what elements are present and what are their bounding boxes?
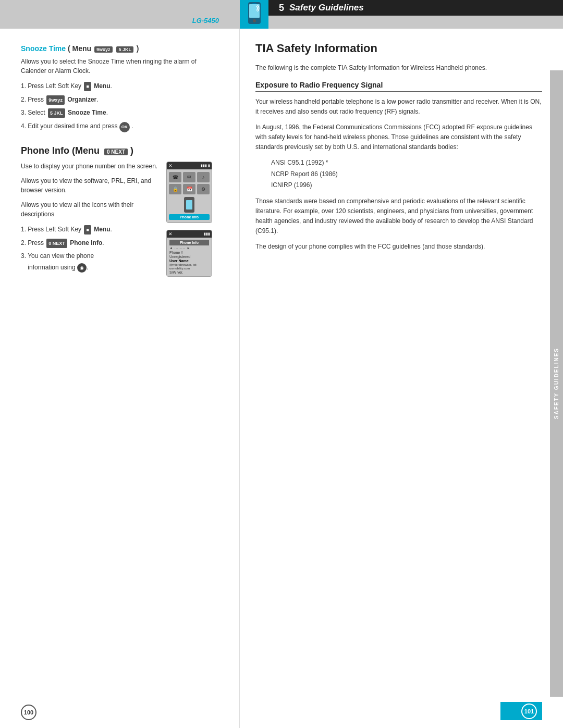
dots-nav: ◄ ········ ►: [169, 246, 209, 250]
step-item: 2. Press 0 NEXT Phone Info.: [21, 238, 158, 249]
page-container: LG-5450 LG-5450 5 Safety Guidelines: [0, 0, 563, 728]
exposure-para-2: In August, 1996, the Federal Communicati…: [255, 122, 542, 153]
step-item: 3. You can view the phone information us…: [21, 251, 158, 273]
phone-num-label: Phone #: [169, 251, 209, 254]
icon-cell: ⚙: [197, 184, 210, 194]
header-row: LG-5450 LG-5450 5 Safety Guidelines: [0, 0, 563, 29]
main-content: Snooze Time ( Menu 9wxyz 5 JKL ) Allows …: [0, 29, 563, 728]
step-item: 1. Press Left Soft Key ■ Menu.: [21, 224, 158, 236]
icon-cell: 🔒: [169, 184, 181, 194]
icon-cell: ♪: [197, 172, 210, 182]
usmobility-label: usmobility.com: [169, 267, 209, 270]
icon-cell: ✉: [183, 172, 195, 182]
microbrowser-label: @microbrowser, tel:: [169, 263, 209, 266]
organizer-key-badge: 9wxyz: [46, 95, 65, 105]
key-badge-1: 9wxyz: [94, 46, 113, 53]
left-header-area: LG-5450: [0, 0, 240, 29]
phone-info-desc2: Allows you to view the software, PRL, ER…: [21, 176, 158, 195]
step-item: 1. Press Left Soft Key ■ Menu.: [21, 81, 218, 92]
right-content: TIA Safety Information The following is …: [240, 29, 563, 288]
close-x-icon-2: ✕: [168, 231, 173, 237]
phone-info-section: Phone Info (Menu 0 NEXT ) Use to display…: [21, 145, 218, 278]
mockup2-body: Phone Info ◄ ········ ► Phone # Unregist…: [167, 238, 212, 276]
right-page: TIA Safety Information The following is …: [240, 29, 563, 728]
tia-intro: The following is the complete TIA Safety…: [255, 63, 542, 73]
exposure-para-3: Those standards were based on comprehens…: [255, 196, 542, 237]
phone-info-desc3: Allows you to view all the icons with th…: [21, 200, 158, 219]
right-page-number: 101: [521, 704, 537, 719]
phone-image-in-mockup: [169, 197, 210, 213]
standard-item-3: ICNIRP (1996): [271, 180, 542, 191]
icon-grid: ☎ ✉ ♪ 🔒 📅 ⚙: [169, 172, 210, 194]
soft-key-badge-2: ■: [84, 225, 91, 235]
phone-mockup-1: ✕ ▮▮▮ ▮ ☎ ✉ ♪ 🔒: [166, 162, 212, 223]
phone-info-text: Use to display your phone number on the …: [21, 162, 158, 278]
signal-icon-2: ▮▮▮: [204, 232, 210, 236]
standard-item-2: NCRP Report 86 (1986): [271, 169, 542, 180]
step-item: 4. Edit your desired time and press OK .: [21, 121, 218, 132]
user-name-label: User Name: [169, 259, 209, 263]
snooze-title: Snooze Time ( Menu 9wxyz 5 JKL ): [21, 44, 218, 53]
phone-mockup-2: ✕ ▮▮▮ Phone Info ◄ ········ ► Phone # Un…: [166, 230, 212, 277]
exposure-para-1: Your wireless handheld portable telephon…: [255, 97, 542, 117]
phone-info-images: ✕ ▮▮▮ ▮ ☎ ✉ ♪ 🔒: [166, 162, 218, 278]
phone-info-key-badge: 0 NEXT: [46, 239, 67, 248]
chapter-title-bar: 5 Safety Guidelines: [268, 0, 563, 16]
snooze-section: Snooze Time ( Menu 9wxyz 5 JKL ) Allows …: [21, 44, 218, 132]
exposure-section: Exposure to Radio Frequency Signal Your …: [255, 81, 542, 252]
phone-info-title: Phone Info (Menu 0 NEXT ): [21, 145, 218, 156]
nav-icon: ◉: [77, 263, 87, 273]
left-footer: 100: [21, 705, 36, 720]
left-page-number: 100: [21, 705, 36, 720]
signal-icon: ▮▮▮: [201, 164, 207, 168]
soft-key-badge: ■: [84, 82, 91, 91]
chapter-number: 5: [279, 3, 284, 14]
phone-info-desc1: Use to display your phone number on the …: [21, 162, 158, 171]
icon-cell: ☎: [169, 172, 181, 182]
phone-info-menu-badge: 0 NEXT: [104, 149, 128, 155]
mockup-top-bar: ✕ ▮▮▮ ▮: [167, 162, 212, 169]
battery-icon: ▮: [208, 164, 210, 168]
icon-cell: 📅: [183, 184, 195, 194]
phone-info-steps: 1. Press Left Soft Key ■ Menu. 2. Press …: [21, 224, 158, 273]
standards-list: ANSI C95.1 (1992) * NCRP Report 86 (1986…: [271, 157, 542, 191]
step-item: 3. Select 5 JKL Snooze Time.: [21, 107, 218, 119]
phone-header-icon: [240, 0, 268, 29]
step-item: 2. Press 9wxyz Organizer.: [21, 94, 218, 106]
phone-info-header-label: Phone Info: [169, 240, 209, 245]
svg-point-2: [253, 19, 256, 22]
right-header-gray-band: [268, 16, 563, 29]
unregistered-label: Unregistered: [169, 255, 209, 258]
right-footer: 101: [500, 702, 542, 720]
snooze-desc: Allows you to select the Snooze Time whe…: [21, 57, 218, 76]
phone-icon: [246, 2, 263, 27]
ok-icon: OK: [119, 122, 130, 132]
sw-ver-label: S/W ver.: [169, 270, 209, 274]
left-page: Snooze Time ( Menu 9wxyz 5 JKL ) Allows …: [0, 29, 240, 728]
snooze-steps: 1. Press Left Soft Key ■ Menu. 2. Press …: [21, 81, 218, 132]
sidebar-label: Safety Guidelines: [554, 348, 559, 419]
mockup2-top-bar: ✕ ▮▮▮: [167, 230, 212, 238]
phone-info-content: Use to display your phone number on the …: [21, 162, 218, 278]
phone-silhouette: [184, 197, 194, 213]
exposure-para-4: The design of your phone complies with t…: [255, 242, 542, 252]
left-model-number: LG-5450: [192, 17, 219, 24]
tia-safety-title: TIA Safety Information: [255, 42, 542, 55]
standard-item-1: ANSI C95.1 (1992) *: [271, 157, 542, 169]
svg-rect-3: [252, 3, 256, 4]
phone-screen-small: [186, 200, 192, 209]
key-badge-2: 5 JKL: [116, 46, 133, 53]
snooze-key-badge: 5 JKL: [48, 108, 65, 118]
close-x-icon: ✕: [168, 163, 173, 168]
exposure-title: Exposure to Radio Frequency Signal: [255, 81, 542, 92]
chapter-title: Safety Guidelines: [289, 3, 364, 13]
right-sidebar: Safety Guidelines: [550, 70, 563, 697]
icon-grid-area: ☎ ✉ ♪ 🔒 📅 ⚙: [167, 169, 212, 223]
phone-info-badge: Phone Info: [169, 214, 210, 220]
